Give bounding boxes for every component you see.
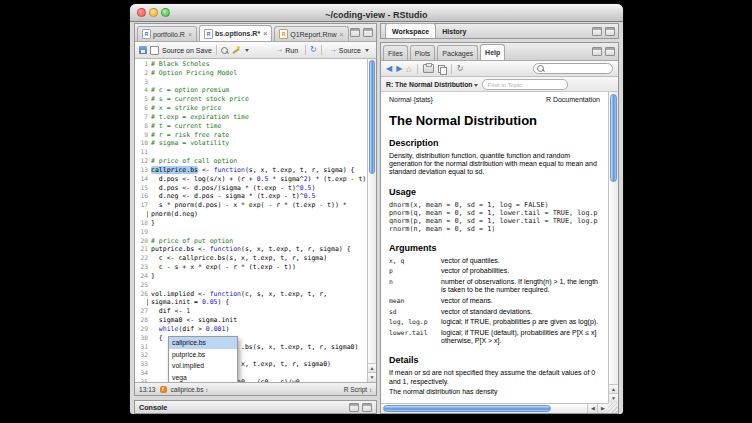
code-text: # Black Scholes bbox=[151, 60, 210, 69]
code-line: 15 d.pos <- d.pos/(sigma * (t.exp - t)^0… bbox=[135, 184, 367, 193]
details-text: If mean or sd are not specified they ass… bbox=[389, 369, 600, 385]
maximize-pane-icon[interactable] bbox=[362, 403, 372, 412]
argument-name: log, log.p bbox=[389, 318, 441, 326]
code-text: sigma0 <- sigma.init bbox=[151, 316, 237, 325]
help-vertical-scrollbar[interactable]: ▲ ▼ bbox=[608, 92, 618, 403]
maximize-pane-icon[interactable] bbox=[605, 27, 615, 36]
resize-grip[interactable] bbox=[608, 403, 618, 413]
details-footer-line: The normal distribution has density bbox=[389, 388, 600, 396]
line-number bbox=[135, 298, 151, 307]
line-number bbox=[135, 210, 151, 219]
scroll-down-icon[interactable]: ▼ bbox=[609, 393, 618, 403]
line-number: 10 bbox=[135, 139, 151, 148]
autocomplete-item[interactable]: vega bbox=[169, 372, 237, 383]
help-pane: FilesPlotsPackagesHelp ◀ ▶ ⌂ ↻ R: The No… bbox=[380, 42, 619, 414]
argument-name: p bbox=[389, 267, 441, 275]
help-search-box[interactable] bbox=[533, 63, 613, 74]
r-file-icon: R bbox=[204, 29, 213, 39]
refresh-icon[interactable]: ↻ bbox=[457, 64, 464, 74]
help-horizontal-scrollbar[interactable]: ◀ ▶ bbox=[381, 403, 608, 413]
console-title: Console bbox=[139, 403, 167, 412]
code-line: 17 s * pnorm(d.pos) - x * exp( - r * (t.… bbox=[135, 201, 367, 210]
autocomplete-item[interactable]: putprice.bs bbox=[169, 349, 237, 361]
new-window-icon[interactable] bbox=[438, 65, 446, 73]
source-on-save-checkbox[interactable] bbox=[150, 46, 159, 55]
find-in-topic-input[interactable] bbox=[482, 79, 568, 90]
editor-tab-label: bs.options.R* bbox=[215, 30, 260, 37]
code-line: 25 bbox=[135, 281, 367, 290]
line-number: 16 bbox=[135, 192, 151, 201]
autocomplete-item[interactable]: callprice.bs bbox=[169, 337, 237, 349]
code-text: vol.implied <- function(c, s, x, t.exp, … bbox=[151, 290, 327, 299]
scrollbar-thumb[interactable] bbox=[369, 60, 375, 174]
code-editor[interactable]: 1# Black Scholes2# Option Pricing Model3… bbox=[135, 59, 376, 382]
run-button[interactable]: → Run bbox=[272, 45, 301, 55]
forward-icon[interactable]: ▶ bbox=[396, 64, 402, 74]
autocomplete-item[interactable]: vol.implied bbox=[169, 360, 237, 372]
tab-plots[interactable]: Plots bbox=[410, 45, 436, 60]
close-icon[interactable]: × bbox=[340, 31, 344, 38]
code-text: } bbox=[151, 219, 155, 228]
line-number: 26 bbox=[135, 290, 151, 299]
line-number: 19 bbox=[135, 228, 151, 237]
rerun-icon[interactable]: ↻ bbox=[310, 46, 317, 54]
workspace-history-pane: WorkspaceHistory bbox=[380, 23, 619, 39]
file-type-selector[interactable]: R Script ↕ bbox=[344, 386, 372, 393]
code-line: 5# s = current stock price bbox=[135, 95, 367, 104]
editor-tab-portfolio-r[interactable]: Rportfolio.R× bbox=[137, 26, 197, 41]
topic-selector[interactable]: R: The Normal Distribution bbox=[386, 81, 478, 88]
toolbar-divider bbox=[321, 45, 322, 55]
editor-tab-bar: Rportfolio.R×Rbs.options.R*×RQ1Report.Rn… bbox=[135, 24, 376, 42]
editor-vertical-scrollbar[interactable]: ▲ ▼ bbox=[367, 59, 376, 382]
maximize-pane-icon[interactable] bbox=[363, 28, 373, 37]
line-number: 3 bbox=[135, 78, 151, 87]
toolbar-divider bbox=[305, 45, 306, 55]
tab-files[interactable]: Files bbox=[383, 45, 408, 60]
tab-packages[interactable]: Packages bbox=[437, 45, 478, 60]
code-tools-icon[interactable] bbox=[231, 46, 240, 55]
home-icon[interactable]: ⌂ bbox=[406, 64, 411, 74]
argument-name: sd bbox=[389, 308, 441, 316]
editor-tab-bs-options-r[interactable]: Rbs.options.R*× bbox=[199, 25, 272, 41]
line-number: 1 bbox=[135, 60, 151, 69]
argument-row: pvector of probabilities. bbox=[389, 267, 600, 275]
tab-workspace[interactable]: Workspace bbox=[385, 23, 436, 38]
search-icon[interactable] bbox=[221, 47, 228, 54]
argument-row: meanvector of means. bbox=[389, 297, 600, 305]
code-line: 14 d.pos <- log(s/x) + (r + 0.5 * sigma^… bbox=[135, 175, 367, 184]
scroll-right-icon[interactable]: ▶ bbox=[597, 404, 608, 413]
scrollbar-thumb[interactable] bbox=[383, 405, 551, 412]
source-button[interactable]: → Source bbox=[326, 45, 372, 55]
back-icon[interactable]: ◀ bbox=[386, 64, 392, 74]
scroll-down-icon[interactable]: ▼ bbox=[368, 372, 376, 382]
usage-line: pnorm(q, mean = 0, sd = 1, lower.tail = … bbox=[389, 209, 600, 217]
minimize-pane-icon[interactable] bbox=[350, 28, 360, 37]
close-icon[interactable]: × bbox=[263, 30, 267, 37]
save-icon[interactable] bbox=[139, 46, 147, 54]
zoom-window-icon[interactable] bbox=[161, 8, 170, 17]
minimize-window-icon[interactable] bbox=[149, 8, 158, 17]
editor-tab-label: portfolio.R bbox=[153, 31, 185, 38]
help-search-input[interactable] bbox=[546, 66, 609, 72]
chevron-down-icon[interactable] bbox=[245, 49, 249, 52]
code-text: c - s + x * exp( - r * (t.exp - t)) bbox=[151, 263, 296, 272]
line-number: 6 bbox=[135, 104, 151, 113]
minimize-pane-icon[interactable] bbox=[592, 27, 602, 36]
page-title: The Normal Distribution bbox=[389, 113, 600, 128]
minimize-pane-icon[interactable] bbox=[592, 47, 602, 56]
minimize-pane-icon[interactable] bbox=[349, 403, 359, 412]
function-scope-selector[interactable]: callprice.bs ↕ bbox=[171, 386, 209, 393]
line-number: 28 bbox=[135, 316, 151, 325]
line-number: 35 bbox=[135, 378, 151, 382]
print-icon[interactable] bbox=[423, 64, 434, 73]
section-heading-details: Details bbox=[389, 355, 600, 365]
tab-history[interactable]: History bbox=[436, 24, 472, 38]
tab-help[interactable]: Help bbox=[480, 44, 505, 60]
close-window-icon[interactable] bbox=[137, 8, 146, 17]
argument-row: nnumber of observations. If length(n) > … bbox=[389, 278, 600, 294]
close-icon[interactable]: × bbox=[188, 31, 192, 38]
editor-tab-q1report-rnw[interactable]: RQ1Report.Rnw× bbox=[274, 26, 348, 41]
line-number: 8 bbox=[135, 122, 151, 131]
scrollbar-thumb[interactable] bbox=[610, 94, 617, 182]
maximize-pane-icon[interactable] bbox=[605, 47, 615, 56]
